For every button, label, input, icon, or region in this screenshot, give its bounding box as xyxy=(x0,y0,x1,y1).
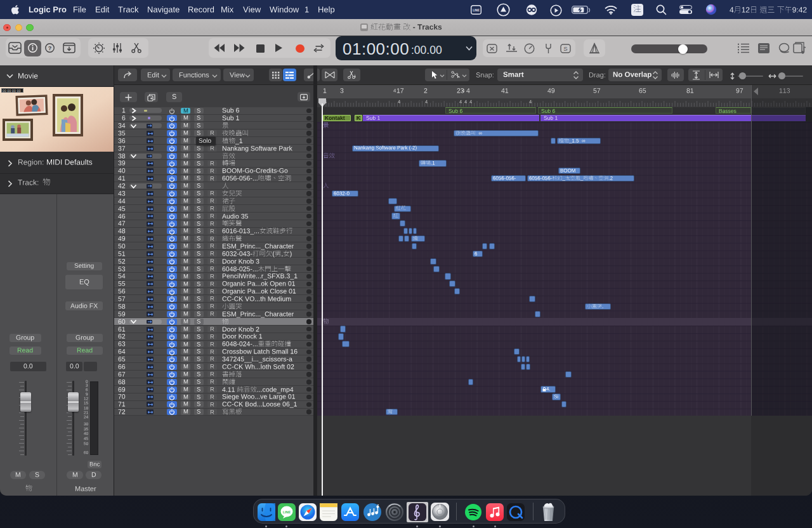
svg-text:?: ? xyxy=(48,45,52,51)
svg-text:LINE: LINE xyxy=(283,510,291,514)
svg-text:S: S xyxy=(563,45,567,52)
svg-text:LINE: LINE xyxy=(473,9,479,12)
